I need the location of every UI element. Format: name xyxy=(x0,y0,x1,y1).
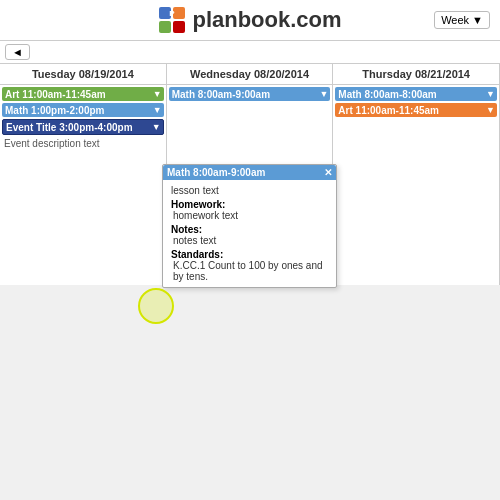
event-description: Event description text xyxy=(2,137,164,150)
day-col-thursday: Math 8:00am-8:00am ▼ Art 11:00am-11:45am… xyxy=(333,85,500,285)
site-title: planbook.com xyxy=(192,7,341,33)
app-header: P planbook.com Week ▼ xyxy=(0,0,500,41)
logo-icon: P xyxy=(158,6,186,34)
svg-rect-2 xyxy=(159,21,171,33)
svg-rect-1 xyxy=(173,7,185,19)
chevron-down-icon: ▼ xyxy=(472,14,483,26)
chevron-down-icon[interactable]: ▼ xyxy=(152,122,161,132)
day-header-wednesday: Wednesday 08/20/2014 xyxy=(167,64,334,84)
svg-rect-3 xyxy=(173,21,185,33)
detail-card: Math 8:00am-9:00am ✕ lesson text Homewor… xyxy=(162,164,337,288)
standards-text: K.CC.1 Count to 100 by ones and by tens. xyxy=(173,260,328,282)
notes-text: notes text xyxy=(173,235,328,246)
day-header-tuesday: Tuesday 08/19/2014 xyxy=(0,64,167,84)
chevron-down-icon[interactable]: ▼ xyxy=(319,89,328,99)
week-button[interactable]: Week ▼ xyxy=(434,11,490,29)
list-item[interactable]: Art 11:00am-11:45am ▼ xyxy=(2,87,164,101)
notes-label: Notes: xyxy=(171,224,328,235)
standards-label: Standards: xyxy=(171,249,328,260)
logo: P planbook.com xyxy=(158,6,341,34)
chevron-down-icon[interactable]: ▼ xyxy=(153,105,162,115)
calendar: Tuesday 08/19/2014 Wednesday 08/20/2014 … xyxy=(0,64,500,285)
day-col-tuesday: Art 11:00am-11:45am ▼ Math 1:00pm-2:00pm… xyxy=(0,85,167,285)
list-item[interactable]: Math 8:00am-8:00am ▼ xyxy=(335,87,497,101)
list-item[interactable]: Art 11:00am-11:45am ▼ xyxy=(335,103,497,117)
detail-card-header: Math 8:00am-9:00am ✕ xyxy=(163,165,336,180)
chevron-down-icon[interactable]: ▼ xyxy=(486,89,495,99)
prev-week-button[interactable]: ◄ xyxy=(5,44,30,60)
cursor-indicator xyxy=(138,288,174,324)
homework-label: Homework: xyxy=(171,199,328,210)
svg-text:P: P xyxy=(170,9,176,18)
lesson-text: lesson text xyxy=(171,185,328,196)
chevron-down-icon[interactable]: ▼ xyxy=(153,89,162,99)
chevron-down-icon[interactable]: ▼ xyxy=(486,105,495,115)
homework-text: homework text xyxy=(173,210,328,221)
day-header-thursday: Thursday 08/21/2014 xyxy=(333,64,500,84)
day-headers: Tuesday 08/19/2014 Wednesday 08/20/2014 … xyxy=(0,64,500,85)
nav-bar: ◄ xyxy=(0,41,500,64)
close-icon[interactable]: ✕ xyxy=(324,167,332,178)
list-item[interactable]: Math 1:00pm-2:00pm ▼ xyxy=(2,103,164,117)
list-item[interactable]: Event Title 3:00pm-4:00pm ▼ xyxy=(2,119,164,135)
list-item[interactable]: Math 8:00am-9:00am ▼ xyxy=(169,87,331,101)
week-selector[interactable]: Week ▼ xyxy=(434,11,490,29)
